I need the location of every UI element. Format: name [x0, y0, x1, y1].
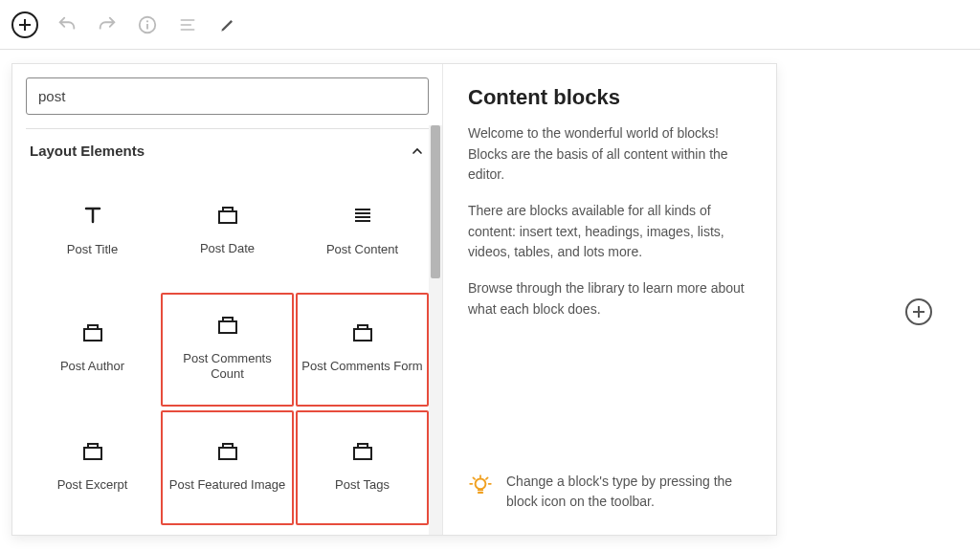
svg-rect-14	[354, 448, 371, 459]
svg-rect-7	[223, 318, 233, 321]
block-item[interactable]: Post Comments Form	[296, 293, 429, 408]
block-item-label: Post Content	[326, 242, 398, 257]
info-paragraph: Browse through the library to learn more…	[468, 278, 751, 320]
tip-text: Change a block's type by pressing the bl…	[506, 472, 751, 512]
undo-button[interactable]	[56, 13, 78, 36]
block-item[interactable]: Post Date	[161, 174, 294, 289]
block-search-input[interactable]	[26, 77, 429, 115]
editor-toolbar	[0, 0, 980, 50]
svg-rect-15	[358, 444, 368, 448]
svg-rect-13	[223, 444, 233, 448]
lightbulb-icon	[468, 474, 493, 498]
svg-point-1	[146, 20, 148, 22]
box-icon	[216, 315, 239, 336]
block-item-label: Post Title	[67, 242, 118, 257]
svg-point-16	[476, 478, 486, 489]
block-item[interactable]: Post Tags	[296, 410, 429, 525]
lines-icon	[351, 204, 374, 227]
box-icon	[351, 441, 374, 462]
title-icon	[81, 204, 104, 227]
chevron-up-icon	[410, 143, 425, 159]
info-paragraph: There are blocks available for all kinds…	[468, 201, 751, 263]
block-inserter-panel: Layout Elements Post TitlePost DatePost …	[11, 63, 777, 536]
redo-button[interactable]	[96, 13, 119, 36]
info-heading: Content blocks	[468, 85, 751, 110]
add-block-button[interactable]	[11, 11, 38, 38]
block-item[interactable]: Post Content	[296, 174, 429, 289]
block-item-label: Post Comments Count	[167, 351, 288, 383]
scrollbar[interactable]	[429, 125, 442, 535]
block-item-label: Post Author	[60, 359, 124, 374]
svg-rect-5	[88, 325, 98, 329]
svg-rect-10	[84, 448, 101, 459]
info-paragraph: Welcome to the wonderful world of blocks…	[468, 123, 751, 186]
svg-rect-3	[223, 208, 233, 211]
svg-rect-4	[84, 329, 101, 341]
block-item-label: Post Date	[200, 241, 255, 256]
block-item[interactable]: Post Featured Image	[161, 410, 294, 525]
svg-rect-11	[88, 444, 98, 448]
block-item[interactable]: Post Title	[26, 174, 159, 289]
svg-rect-6	[219, 321, 236, 333]
block-item[interactable]: Post Comments Count	[161, 293, 294, 408]
block-item-label: Post Comments Form	[301, 359, 422, 374]
block-item-label: Post Excerpt	[57, 477, 128, 493]
box-icon	[216, 441, 239, 462]
info-button[interactable]	[136, 13, 159, 36]
block-item[interactable]: Post Author	[26, 293, 159, 408]
outline-button[interactable]	[176, 13, 199, 36]
scrollbar-thumb[interactable]	[431, 125, 440, 278]
box-icon	[351, 322, 374, 343]
block-item-label: Post Featured Image	[169, 477, 285, 493]
blocks-grid: Post TitlePost DatePost ContentPost Auth…	[12, 168, 442, 535]
section-title: Layout Elements	[30, 143, 145, 159]
box-icon	[216, 205, 239, 226]
block-item[interactable]: Post Excerpt	[26, 410, 159, 525]
block-item-label: Post Tags	[335, 477, 390, 493]
block-list-pane: Layout Elements Post TitlePost DatePost …	[12, 64, 443, 535]
tip-row: Change a block's type by pressing the bl…	[468, 472, 751, 518]
box-icon	[81, 322, 104, 343]
box-icon	[81, 441, 104, 462]
block-info-pane: Content blocks Welcome to the wonderful …	[443, 64, 776, 535]
svg-rect-9	[358, 325, 368, 329]
section-layout-elements[interactable]: Layout Elements	[12, 129, 442, 168]
edit-button[interactable]	[216, 13, 239, 36]
svg-rect-2	[219, 211, 236, 223]
floating-add-button[interactable]	[905, 298, 932, 325]
svg-rect-12	[219, 448, 236, 459]
svg-rect-8	[354, 329, 371, 341]
